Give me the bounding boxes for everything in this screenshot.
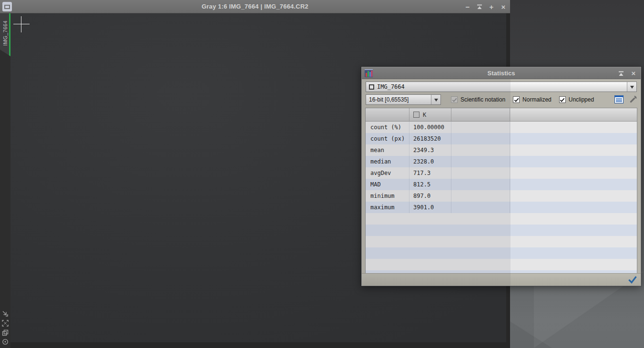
chevron-down-icon — [434, 99, 438, 103]
dialog-close-button[interactable]: × — [630, 70, 637, 77]
duplicate-view-icon[interactable] — [1, 329, 9, 337]
shade-icon — [477, 4, 482, 10]
text-report-icon — [614, 95, 624, 103]
table-row: minimum 897.0 — [366, 190, 637, 202]
checkbox-scientific-notation[interactable]: Scientific notation — [451, 96, 505, 103]
close-button[interactable]: × — [500, 3, 507, 10]
table-row: mean 2349.3 — [366, 144, 637, 156]
row-value: 812.5 — [409, 179, 451, 190]
row-label: median — [366, 156, 409, 167]
row-label: count (px) — [366, 133, 409, 144]
checkbox-normalized[interactable]: Normalized — [513, 96, 552, 103]
crosshair-cursor — [13, 24, 30, 24]
checkbox-unclipped[interactable]: Unclipped — [559, 96, 594, 103]
view-selector-arrow[interactable] — [627, 82, 636, 92]
table-row: maximum 3901.0 — [366, 202, 637, 213]
image-window-title: Gray 1:6 IMG_7664 | IMG_7664.CR2 — [0, 0, 510, 13]
column-k-label: K — [423, 112, 426, 118]
statistics-table: K count (%) 100.00000 count (px) 2618352… — [365, 108, 637, 274]
image-tab[interactable]: IMG_7664 — [0, 13, 10, 56]
maximize-button[interactable]: + — [488, 3, 495, 10]
header-cell-k[interactable]: K — [409, 108, 451, 121]
statistics-dialog: Statistics × IMG_7664 16-bit [0,65535] — [361, 67, 641, 286]
row-value: 2349.3 — [409, 144, 451, 156]
shade-icon — [618, 71, 624, 76]
dialog-titlebar[interactable]: Statistics × — [362, 67, 641, 79]
table-filler-row — [366, 259, 637, 270]
view-selector-value: IMG_7664 — [374, 83, 405, 90]
row-value: 3901.0 — [409, 202, 451, 213]
row-value: 2328.0 — [409, 156, 451, 167]
table-row: avgDev 717.3 — [366, 167, 637, 179]
chevron-down-icon — [630, 86, 634, 91]
row-label: mean — [366, 144, 409, 156]
minimize-button[interactable]: − — [464, 3, 471, 10]
table-filler-row — [366, 213, 637, 225]
row-value: 717.3 — [409, 167, 451, 179]
dialog-shade-button[interactable] — [617, 70, 625, 77]
row-value: 100.00000 — [409, 122, 451, 133]
image-window-titlebar[interactable]: Gray 1:6 IMG_7664 | IMG_7664.CR2 − + × — [0, 0, 510, 13]
table-header: K — [366, 108, 637, 122]
range-selector[interactable]: 16-bit [0,65535] — [366, 94, 441, 105]
text-report-button[interactable] — [613, 94, 624, 104]
row-label: maximum — [366, 202, 409, 213]
header-cell-empty — [510, 108, 637, 121]
table-filler-row — [366, 236, 637, 247]
resize-corner-icon[interactable] — [1, 310, 9, 317]
checkbox-icon — [559, 96, 566, 103]
table-row: count (%) 100.00000 — [366, 122, 637, 133]
center-view-icon[interactable] — [1, 338, 9, 346]
image-tab-active-indicator — [9, 13, 10, 56]
row-label: count (%) — [366, 122, 409, 133]
row-label: minimum — [366, 190, 409, 202]
checkbox-label: Normalized — [522, 96, 552, 103]
preferences-button[interactable] — [628, 94, 638, 104]
column-checkbox[interactable] — [413, 112, 419, 118]
header-cell-labels — [366, 108, 409, 121]
checkbox-icon — [451, 96, 458, 103]
range-selector-arrow[interactable] — [431, 95, 440, 104]
row-label: MAD — [366, 179, 409, 190]
header-cell-empty — [451, 108, 510, 121]
checkbox-label: Scientific notation — [460, 96, 505, 103]
wrench-icon — [629, 95, 637, 103]
shade-button[interactable] — [476, 3, 483, 10]
range-selector-value: 16-bit [0,65535] — [366, 96, 409, 103]
crosshair-cursor — [21, 16, 21, 32]
table-row: MAD 812.5 — [366, 179, 637, 190]
row-label: avgDev — [366, 167, 409, 179]
dialog-title: Statistics — [362, 67, 641, 79]
image-window-side-strip — [0, 13, 10, 348]
checkbox-icon — [513, 96, 520, 103]
view-selector[interactable]: IMG_7664 — [366, 82, 637, 92]
table-filler-row — [366, 225, 637, 236]
apply-checkmark-icon[interactable] — [628, 276, 637, 284]
dialog-footer — [362, 273, 641, 286]
checkbox-label: Unclipped — [569, 96, 594, 103]
view-window-icon — [369, 84, 374, 90]
table-filler-row — [366, 247, 637, 259]
row-value: 897.0 — [409, 190, 451, 202]
fit-view-icon[interactable] — [1, 319, 9, 327]
row-value: 26183520 — [409, 133, 451, 144]
table-row: median 2328.0 — [366, 156, 637, 167]
table-row: count (px) 26183520 — [366, 133, 637, 144]
